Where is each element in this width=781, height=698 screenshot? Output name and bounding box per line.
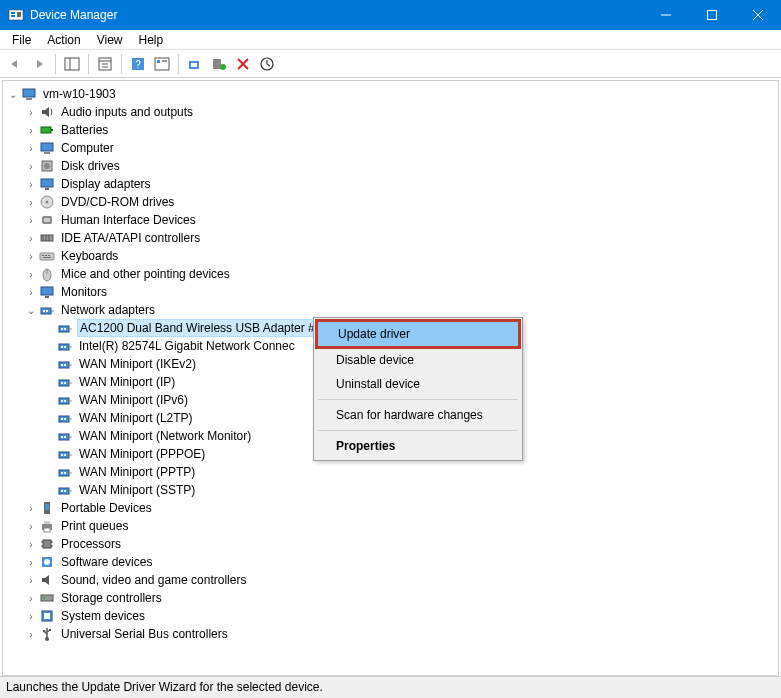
tree-category[interactable]: ›Computer [5, 139, 776, 157]
menu-action[interactable]: Action [39, 31, 88, 49]
expander-icon[interactable]: › [25, 106, 37, 118]
device-label[interactable]: WAN Miniport (PPPOE) [77, 446, 207, 462]
help-button[interactable]: ? [127, 53, 149, 75]
ctx-update-driver[interactable]: Update driver [315, 319, 521, 349]
monitor-icon [39, 284, 55, 300]
tree-content[interactable]: ⌄vm-w10-1903›Audio inputs and outputs›Ba… [2, 80, 779, 676]
tree-category[interactable]: ›IDE ATA/ATAPI controllers [5, 229, 776, 247]
tree-category[interactable]: ›Print queues [5, 517, 776, 535]
minimize-button[interactable] [643, 0, 689, 30]
category-label[interactable]: IDE ATA/ATAPI controllers [59, 230, 202, 246]
category-label[interactable]: Sound, video and game controllers [59, 572, 248, 588]
category-label[interactable]: Mice and other pointing devices [59, 266, 232, 282]
expander-icon[interactable]: › [25, 520, 37, 532]
category-label[interactable]: Batteries [59, 122, 110, 138]
expander-icon[interactable]: › [25, 142, 37, 154]
tree-category[interactable]: ›Display adapters [5, 175, 776, 193]
device-label[interactable]: WAN Miniport (IPv6) [77, 392, 190, 408]
back-button[interactable] [4, 53, 26, 75]
category-label[interactable]: System devices [59, 608, 147, 624]
ctx-properties[interactable]: Properties [316, 434, 520, 458]
menu-file[interactable]: File [4, 31, 39, 49]
expander-icon[interactable]: › [25, 628, 37, 640]
expander-icon[interactable]: › [25, 178, 37, 190]
category-label[interactable]: Universal Serial Bus controllers [59, 626, 230, 642]
scan-hardware-button[interactable] [208, 53, 230, 75]
device-label[interactable]: WAN Miniport (SSTP) [77, 482, 197, 498]
ctx-disable-device[interactable]: Disable device [316, 348, 520, 372]
expander-icon[interactable]: › [25, 196, 37, 208]
ctx-scan-hardware[interactable]: Scan for hardware changes [316, 403, 520, 427]
expander-icon[interactable]: › [25, 214, 37, 226]
device-label[interactable]: WAN Miniport (L2TP) [77, 410, 195, 426]
expander-icon[interactable]: › [25, 286, 37, 298]
tree-category[interactable]: ›Sound, video and game controllers [5, 571, 776, 589]
expander-icon[interactable]: › [25, 124, 37, 136]
tree-category[interactable]: ›DVD/CD-ROM drives [5, 193, 776, 211]
expander-icon[interactable]: › [25, 160, 37, 172]
tree-category[interactable]: ›Monitors [5, 283, 776, 301]
category-label[interactable]: Software devices [59, 554, 154, 570]
svg-rect-47 [48, 255, 50, 256]
category-label[interactable]: Network adapters [59, 302, 157, 318]
tree-root[interactable]: ⌄vm-w10-1903 [5, 85, 776, 103]
tree-category[interactable]: ›System devices [5, 607, 776, 625]
tree-device[interactable]: WAN Miniport (PPTP) [5, 463, 776, 481]
category-label[interactable]: Display adapters [59, 176, 152, 192]
properties-button[interactable] [94, 53, 116, 75]
expander-icon[interactable]: › [25, 268, 37, 280]
tree-category[interactable]: ›Mice and other pointing devices [5, 265, 776, 283]
root-label[interactable]: vm-w10-1903 [41, 86, 118, 102]
expander-icon[interactable]: › [25, 592, 37, 604]
tree-category[interactable]: ›Software devices [5, 553, 776, 571]
category-label[interactable]: Processors [59, 536, 123, 552]
category-label[interactable]: Keyboards [59, 248, 120, 264]
tree-category[interactable]: ›Human Interface Devices [5, 211, 776, 229]
category-label[interactable]: Audio inputs and outputs [59, 104, 195, 120]
action-button[interactable] [151, 53, 173, 75]
expander-icon[interactable]: › [25, 610, 37, 622]
category-label[interactable]: Print queues [59, 518, 130, 534]
tree-category[interactable]: ›Audio inputs and outputs [5, 103, 776, 121]
tree-category[interactable]: ›Disk drives [5, 157, 776, 175]
expander-icon[interactable]: › [25, 232, 37, 244]
ctx-uninstall-device[interactable]: Uninstall device [316, 372, 520, 396]
maximize-button[interactable] [689, 0, 735, 30]
device-label[interactable]: AC1200 Dual Band Wireless USB Adapter #2 [77, 319, 324, 337]
menu-help[interactable]: Help [131, 31, 172, 49]
category-label[interactable]: Portable Devices [59, 500, 154, 516]
expander-icon[interactable]: ⌄ [7, 88, 19, 100]
tree-device[interactable]: WAN Miniport (SSTP) [5, 481, 776, 499]
expander-icon[interactable]: › [25, 574, 37, 586]
expander-icon[interactable]: › [25, 250, 37, 262]
category-label[interactable]: DVD/CD-ROM drives [59, 194, 176, 210]
device-label[interactable]: WAN Miniport (IP) [77, 374, 177, 390]
close-button[interactable] [735, 0, 781, 30]
tree-category[interactable]: ›Storage controllers [5, 589, 776, 607]
tree-category[interactable]: ›Universal Serial Bus controllers [5, 625, 776, 643]
expander-icon[interactable]: › [25, 538, 37, 550]
expander-icon[interactable]: ⌄ [25, 304, 37, 316]
category-label[interactable]: Monitors [59, 284, 109, 300]
update-driver-button[interactable] [184, 53, 206, 75]
show-hide-tree-button[interactable] [61, 53, 83, 75]
device-label[interactable]: WAN Miniport (PPTP) [77, 464, 197, 480]
tree-category[interactable]: ›Keyboards [5, 247, 776, 265]
category-label[interactable]: Computer [59, 140, 116, 156]
tree-category[interactable]: ›Portable Devices [5, 499, 776, 517]
category-label[interactable]: Storage controllers [59, 590, 164, 606]
forward-button[interactable] [28, 53, 50, 75]
menu-view[interactable]: View [89, 31, 131, 49]
device-label[interactable]: Intel(R) 82574L Gigabit Network Connec [77, 338, 297, 354]
device-label[interactable]: WAN Miniport (IKEv2) [77, 356, 198, 372]
expander-icon[interactable]: › [25, 502, 37, 514]
category-label[interactable]: Disk drives [59, 158, 122, 174]
device-label[interactable]: WAN Miniport (Network Monitor) [77, 428, 253, 444]
disable-button[interactable] [256, 53, 278, 75]
category-label[interactable]: Human Interface Devices [59, 212, 198, 228]
tree-category[interactable]: ›Batteries [5, 121, 776, 139]
expander-icon[interactable]: › [25, 556, 37, 568]
toolbar: ? [0, 50, 781, 78]
uninstall-button[interactable] [232, 53, 254, 75]
tree-category[interactable]: ›Processors [5, 535, 776, 553]
